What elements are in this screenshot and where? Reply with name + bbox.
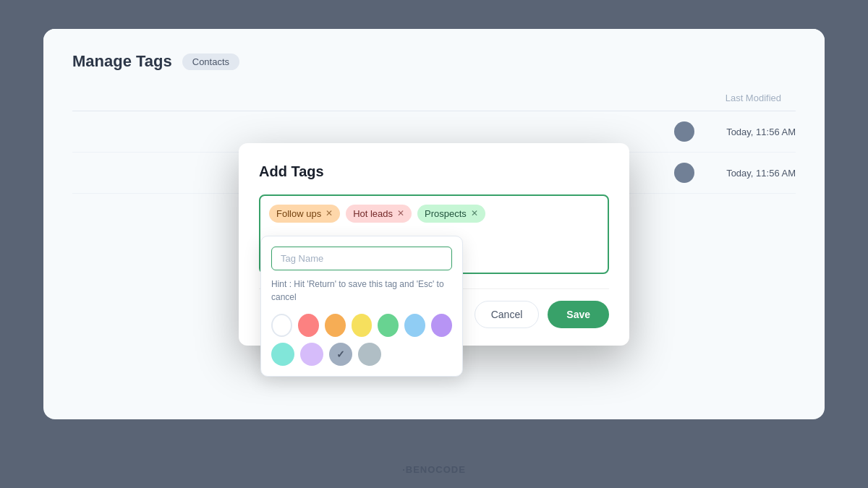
color-dot-blue[interactable]: [404, 314, 425, 337]
color-row-2: [271, 343, 452, 366]
color-dot-purple[interactable]: [431, 314, 452, 337]
color-picker-dropdown: Hint : Hit 'Return' to save this tag and…: [260, 236, 463, 377]
tag-name-input[interactable]: [271, 247, 452, 270]
tag-chip-prospects[interactable]: Prospects ✕: [417, 205, 485, 223]
color-dot-white[interactable]: [271, 314, 292, 337]
tag-chip-follow-ups[interactable]: Follow ups ✕: [269, 205, 340, 223]
hint-text: Hint : Hit 'Return' to save this tag and…: [271, 278, 452, 304]
color-row-1: [271, 314, 452, 337]
color-dot-orange[interactable]: [325, 314, 346, 337]
tag-label: Hot leads: [353, 208, 393, 219]
tag-label: Prospects: [425, 208, 467, 219]
tag-close-prospects[interactable]: ✕: [471, 208, 478, 218]
modal-overlay: Add Tags Follow ups ✕ Hot leads ✕ Prospe…: [0, 0, 868, 488]
cancel-button[interactable]: Cancel: [475, 301, 540, 328]
color-dot-gray[interactable]: [358, 343, 381, 366]
color-dot-red[interactable]: [298, 314, 319, 337]
tag-close-hot-leads[interactable]: ✕: [397, 208, 404, 218]
page-background: Manage Tags Contacts Last Modified Today…: [0, 0, 868, 488]
add-tags-modal: Add Tags Follow ups ✕ Hot leads ✕ Prospe…: [239, 143, 629, 346]
save-button[interactable]: Save: [548, 301, 609, 328]
color-dot-pink[interactable]: [300, 343, 323, 366]
color-dot-green[interactable]: [378, 314, 399, 337]
tag-label: Follow ups: [276, 208, 321, 219]
color-dot-teal[interactable]: [271, 343, 294, 366]
color-dot-selected[interactable]: [329, 343, 352, 366]
footer-brand: ·BENOCODE: [402, 464, 466, 475]
tags-row: Follow ups ✕ Hot leads ✕ Prospects ✕: [269, 205, 599, 223]
color-dot-yellow[interactable]: [352, 314, 373, 337]
tag-chip-hot-leads[interactable]: Hot leads ✕: [346, 205, 412, 223]
modal-title: Add Tags: [259, 163, 609, 180]
brand-logo: ·BENOCODE: [402, 464, 466, 475]
tags-input-area[interactable]: Follow ups ✕ Hot leads ✕ Prospects ✕: [259, 194, 609, 274]
tag-close-follow-ups[interactable]: ✕: [326, 208, 333, 218]
color-grid: [271, 314, 452, 366]
